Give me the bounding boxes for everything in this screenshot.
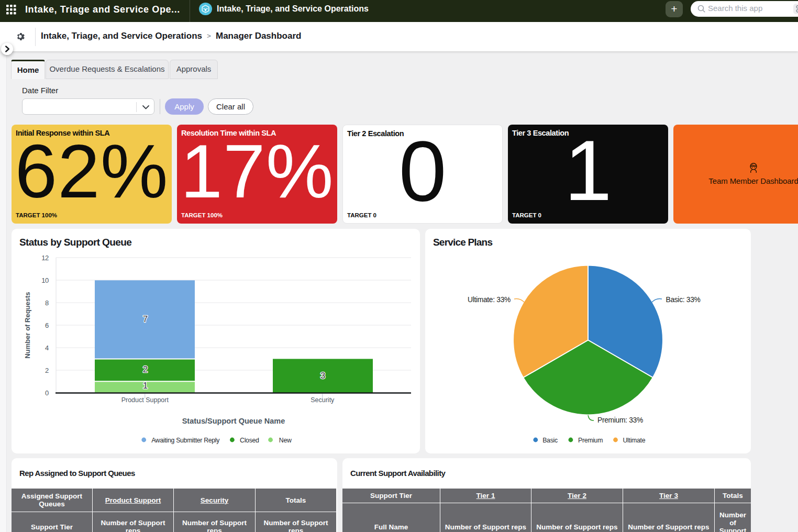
svg-text:Basic: Basic bbox=[542, 437, 558, 444]
svg-text:10: 10 bbox=[41, 276, 49, 284]
svg-text:Product Support: Product Support bbox=[121, 396, 169, 404]
svg-text:Service Plans: Service Plans bbox=[433, 237, 492, 248]
svg-text:Ultimate: Ultimate bbox=[623, 437, 646, 444]
svg-text:Premium: Premium bbox=[578, 437, 603, 444]
svg-text:8: 8 bbox=[45, 299, 49, 307]
svg-text:12: 12 bbox=[41, 254, 49, 262]
svg-text:Status/Support Queue Name: Status/Support Queue Name bbox=[182, 417, 285, 425]
svg-text:Premium: 33%: Premium: 33% bbox=[597, 416, 643, 424]
svg-text:Status by Support Queue: Status by Support Queue bbox=[19, 237, 131, 248]
svg-text:0: 0 bbox=[45, 389, 49, 397]
svg-text:1: 1 bbox=[143, 381, 148, 391]
svg-text:Closed: Closed bbox=[240, 437, 259, 444]
svg-text:Awaiting Submitter Reply: Awaiting Submitter Reply bbox=[151, 437, 220, 444]
svg-text:Ultimate: 33%: Ultimate: 33% bbox=[468, 296, 511, 304]
svg-text:4: 4 bbox=[45, 344, 49, 352]
svg-text:2: 2 bbox=[45, 367, 49, 374]
svg-text:New: New bbox=[279, 437, 292, 444]
svg-text:3: 3 bbox=[320, 371, 325, 381]
svg-text:2: 2 bbox=[143, 364, 148, 374]
svg-text:Number of Requests: Number of Requests bbox=[24, 292, 31, 358]
svg-text:Security: Security bbox=[311, 396, 335, 404]
svg-text:6: 6 bbox=[45, 322, 49, 329]
svg-text:Basic: 33%: Basic: 33% bbox=[666, 296, 701, 304]
svg-text:7: 7 bbox=[143, 314, 148, 324]
